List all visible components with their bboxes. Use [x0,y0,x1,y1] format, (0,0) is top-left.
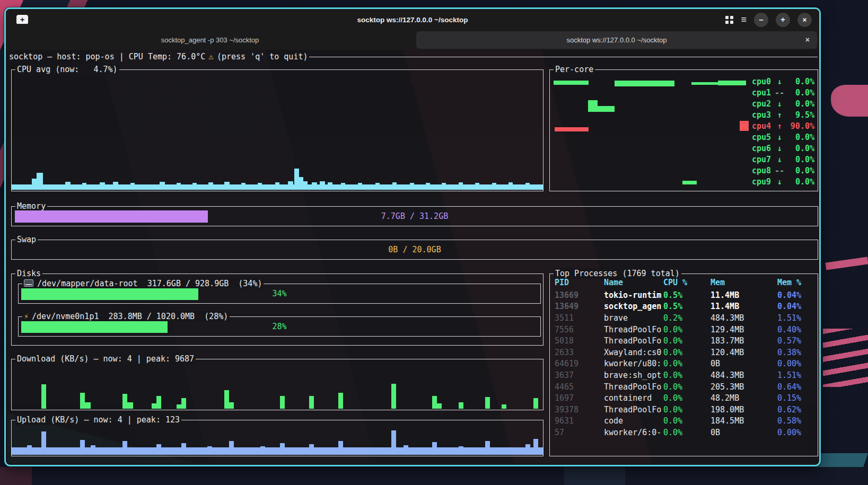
layout-grid-icon[interactable] [725,16,733,24]
maximize-button[interactable]: + [776,13,790,27]
process-row: 7556ThreadPoolFo0.0%129.4MB0.40% [555,324,816,336]
trend-down-icon: ↓ [773,155,786,164]
disk-nvme-box: ⚡/dev/nvme0n1p1 283.8MB / 1020.0MB (28%)… [18,316,541,337]
disk-data-root-box: /dev/mapper/data-root 317.6GB / 928.9GB … [18,284,541,304]
swap-usage-text: 0B / 20.0GB [12,240,818,259]
col-mem: Mem [711,278,777,287]
wallpaper-bottom [0,467,868,485]
cpu-avg-panel: CPU avg (now: 4.7%) [11,69,543,191]
process-row: 3511brave0.2%484.3MB1.51% [555,312,816,324]
processes-panel: Top Processes (1769 total) PID Name CPU … [549,274,818,456]
per-core-panel: Per-core cpu0↓0.0% cpu1--0.0% cpu2↓0.0% … [549,69,818,191]
processes-rows: 13669tokio-runtim0.5%11.4MB0.04% 13649so… [555,289,816,438]
core-row-cpu5: cpu5↓0.0% [752,131,814,143]
process-row: 57kworker/6:0-0.0%0B0.00% [555,427,816,438]
warning-icon: ⚠ [208,51,214,61]
window-title: socktop ws://127.0.0.0 ~/socktop [6,9,819,30]
processes-title: Top Processes (1769 total) [554,268,681,279]
tab-socktop-active[interactable]: socktop ws://127.0.0.0 ~/socktop × [416,31,817,49]
trend-flat-icon: -- [773,88,786,98]
titlebar: + socktop ws://127.0.0.0 ~/socktop ≡ − +… [6,9,819,30]
memory-panel: Memory 7.7GB / 31.2GB [11,206,818,226]
disks-title: Disks [15,268,42,279]
host-temp-text: socktop — host: pop-os | CPU Temp: 76.0°… [9,52,205,61]
minimize-button[interactable]: − [754,13,768,27]
core-row-cpu2: cpu2↓0.0% [752,98,814,109]
tab-close-icon[interactable]: × [805,36,810,44]
disk-data-root-percent: 34% [19,284,540,303]
process-row: 13669tokio-runtim0.5%11.4MB0.04% [555,289,816,301]
trend-down-icon: ↓ [773,133,786,142]
process-row: 39378ThreadPoolFo0.0%198.0MB0.62% [555,404,816,416]
terminal-window: + socktop ws://127.0.0.0 ~/socktop ≡ − +… [4,7,821,466]
core-row-cpu0: cpu0↓0.0% [752,76,814,87]
cpu-avg-chart [12,70,543,191]
process-row: 4465ThreadPoolFo0.0%205.3MB0.64% [555,381,816,393]
disks-panel: Disks /dev/mapper/data-root 317.6GB / 92… [11,274,543,346]
download-chart [12,359,543,410]
col-cpu: CPU % [663,278,711,287]
process-row: 13649socktop_agen0.5%11.4MB0.04% [555,301,816,313]
quit-hint-text: (press 'q' to quit) [217,52,308,61]
upload-panel: Upload (KB/s) — now: 4 | peak: 123 [11,420,543,456]
download-panel: Download (KB/s) — now: 4 | peak: 9687 [11,359,543,410]
menu-icon[interactable]: ≡ [741,15,747,24]
process-row: 5018ThreadPoolFo0.0%183.7MB0.57% [555,335,816,347]
disk-nvme-percent: 28% [19,317,540,336]
trend-down-icon: ↓ [773,99,786,109]
col-pid: PID [555,278,604,287]
trend-up-icon: ↑ [773,121,786,131]
tab-label: socktop ws://127.0.0.0 ~/socktop [567,36,667,44]
status-header: socktop — host: pop-os | CPU Temp: 76.0°… [9,51,818,61]
process-row: 9631code0.0%184.5MB0.58% [555,416,816,427]
process-row: 3637brave:sh_opt0.0%484.3MB1.51% [555,369,816,381]
tab-bar: socktop_agent -p 303 ~/socktop socktop w… [6,30,819,50]
trend-down-icon: ↓ [773,177,786,187]
core-list: cpu0↓0.0% cpu1--0.0% cpu2↓0.0% cpu3↑9.5%… [752,76,814,187]
wallpaper-pink-stripes [823,329,868,387]
close-button[interactable]: × [797,13,812,27]
trend-flat-icon: -- [773,166,786,175]
core-row-cpu1: cpu1--0.0% [752,87,814,98]
col-name: Name [604,278,663,287]
wallpaper-pink-blob [831,85,868,117]
tab-socktop-agent[interactable]: socktop_agent -p 303 ~/socktop [6,30,414,50]
header-rule [309,57,818,57]
process-row: 64619kworker/u80:0.0%0B0.00% [555,358,816,370]
hot-core-marker [740,121,749,131]
core-row-cpu7: cpu7↓0.0% [752,154,814,165]
process-row: 2633Xwayland:cs00.0%120.4MB0.38% [555,347,816,358]
core-row-cpu9: cpu9↓0.0% [752,176,814,187]
wallpaper-pink-stripe [825,257,868,270]
upload-chart [12,420,543,456]
core-row-cpu4: cpu4↑90.0% [752,120,814,131]
core-row-cpu6: cpu6↓0.0% [752,143,814,154]
memory-usage-text: 7.7GB / 31.2GB [12,207,818,226]
terminal-content[interactable]: socktop — host: pop-os | CPU Temp: 76.0°… [7,50,818,463]
process-row: 1697containerd0.0%48.2MB0.15% [555,392,816,404]
core-row-cpu8: cpu8--0.0% [752,165,814,176]
trend-up-icon: ↑ [773,110,786,120]
trend-down-icon: ↓ [773,144,786,153]
core-row-cpu3: cpu3↑9.5% [752,109,814,120]
col-memp: Mem % [777,278,816,287]
swap-panel: Swap 0B / 20.0GB [11,240,818,260]
processes-header: PID Name CPU % Mem Mem % [555,278,816,287]
trend-down-icon: ↓ [773,77,786,86]
